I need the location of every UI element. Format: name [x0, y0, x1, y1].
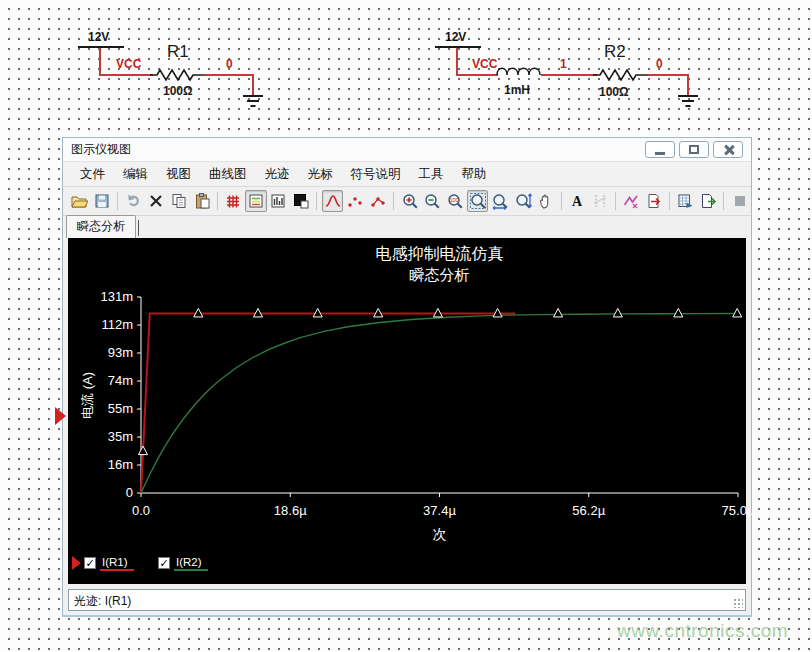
wire[interactable]: [99, 74, 153, 76]
copy-button[interactable]: [168, 190, 190, 212]
net-label-vcc[interactable]: VCC: [472, 57, 497, 71]
vcc-rail-symbol[interactable]: [435, 46, 481, 48]
ground-symbol[interactable]: [676, 94, 700, 110]
y-tick-label: 112m: [77, 317, 133, 332]
wire[interactable]: [99, 48, 101, 76]
menu-item[interactable]: 光标: [299, 163, 342, 186]
text-annotation-button[interactable]: A: [566, 190, 588, 212]
open-button[interactable]: [69, 190, 91, 212]
menu-item[interactable]: 曲线图: [200, 163, 256, 186]
wire[interactable]: [687, 74, 689, 96]
resistor-value[interactable]: 100Ω: [599, 85, 629, 99]
resistor-value[interactable]: 100Ω: [163, 84, 193, 98]
wire[interactable]: [252, 74, 254, 96]
menu-item[interactable]: 工具: [410, 163, 453, 186]
chart-area[interactable]: 电感抑制电流仿真 瞬态分析 电流 (A) 次 ✓ I(R1) ✓ I(R2) 0…: [68, 238, 746, 584]
net-label-0[interactable]: 0: [226, 57, 233, 71]
wire[interactable]: [541, 74, 597, 76]
export-grid-icon: [676, 192, 694, 210]
export-excel-button[interactable]: [697, 190, 719, 212]
tab-transient-analysis[interactable]: 瞬态分析: [66, 215, 136, 238]
pan-hand-icon: [537, 192, 555, 210]
y-tick-label: 131m: [77, 289, 133, 304]
save-icon: [93, 192, 111, 210]
window-controls: [645, 141, 751, 158]
trace-I(R2)[interactable]: [141, 313, 738, 493]
window-titlebar[interactable]: 图示仪视图: [63, 138, 751, 162]
paste-icon: [193, 192, 211, 210]
zoom-vertical-button[interactable]: [512, 190, 534, 212]
wire[interactable]: [204, 74, 254, 76]
x-tick-label: 56.2µ: [559, 503, 619, 518]
menu-item[interactable]: 文件: [71, 163, 114, 186]
source-voltage-label[interactable]: 12V: [445, 30, 466, 44]
vcc-rail-symbol[interactable]: [78, 46, 124, 48]
cursor-button[interactable]: [589, 190, 611, 212]
trace-marker-triangle: [674, 308, 683, 317]
toolbar-separator: [615, 192, 616, 210]
inductor-value[interactable]: 1mH: [504, 83, 530, 97]
export-grid-button[interactable]: [675, 190, 697, 212]
minimize-button[interactable]: [645, 141, 675, 158]
toolbar: 100A: [63, 187, 751, 216]
resistor-ref[interactable]: R1: [167, 42, 189, 62]
stop-button[interactable]: [729, 190, 751, 212]
resistor-ref[interactable]: R2: [604, 42, 626, 62]
svg-text:100: 100: [449, 197, 458, 203]
tab-separator: [138, 220, 139, 236]
zoom-fit-icon: [469, 192, 487, 210]
grid-button[interactable]: [222, 190, 244, 212]
export-data-button[interactable]: [643, 190, 665, 212]
source-voltage-label[interactable]: 12V: [88, 30, 109, 44]
close-icon: [723, 144, 734, 155]
resistor-symbol[interactable]: [150, 67, 206, 82]
zoom-horizontal-button[interactable]: [489, 190, 511, 212]
resistor-symbol[interactable]: [593, 67, 649, 82]
plot-canvas[interactable]: [68, 238, 746, 584]
zoom-in-button[interactable]: [399, 190, 421, 212]
restore-button[interactable]: [679, 141, 709, 158]
save-button[interactable]: [91, 190, 113, 212]
text-annotation-icon: A: [568, 192, 586, 210]
zoom-100-icon: 100: [446, 192, 464, 210]
trace-line-dots-button[interactable]: [367, 190, 389, 212]
net-label-0[interactable]: 0: [656, 57, 663, 71]
net-label-vcc[interactable]: VCC: [116, 57, 141, 71]
zoom-horizontal-icon: [491, 192, 509, 210]
paste-button[interactable]: [191, 190, 213, 212]
undo-button[interactable]: [123, 190, 145, 212]
close-button[interactable]: [713, 141, 743, 158]
delete-button[interactable]: [145, 190, 167, 212]
trace-line-button[interactable]: [322, 190, 344, 212]
trace-I(R1)[interactable]: [141, 313, 515, 493]
trace-select-button[interactable]: [620, 190, 642, 212]
y-tick-label: 93m: [77, 345, 133, 360]
overlay-traces-button[interactable]: [290, 190, 312, 212]
export-excel-icon: [699, 192, 717, 210]
menu-item[interactable]: 帮助: [453, 163, 496, 186]
zoom-out-button[interactable]: [421, 190, 443, 212]
ground-symbol[interactable]: [241, 94, 265, 110]
trace-dots-button[interactable]: [344, 190, 366, 212]
menu-item[interactable]: 符号说明: [342, 163, 410, 186]
menu-item[interactable]: 视图: [157, 163, 200, 186]
zoom-out-icon: [423, 192, 441, 210]
net-label-1[interactable]: 1: [560, 57, 567, 71]
window-title: 图示仪视图: [63, 141, 131, 158]
restore-icon: [689, 145, 699, 154]
resize-grip[interactable]: [733, 598, 743, 608]
menu-item[interactable]: 编辑: [114, 163, 157, 186]
menu-item[interactable]: 光迹: [256, 163, 299, 186]
legend-button[interactable]: [245, 190, 267, 212]
legend-icon: [247, 192, 265, 210]
inductor-symbol[interactable]: [496, 64, 542, 76]
zoom-fit-button[interactable]: [467, 190, 489, 212]
wire[interactable]: [648, 74, 689, 76]
wire[interactable]: [456, 74, 498, 76]
zoom-100-button[interactable]: 100: [444, 190, 466, 212]
pan-hand-button[interactable]: [535, 190, 557, 212]
wire[interactable]: [456, 48, 458, 76]
toolbar-separator: [393, 192, 394, 210]
axes-properties-button[interactable]: [268, 190, 290, 212]
export-data-icon: [645, 192, 663, 210]
